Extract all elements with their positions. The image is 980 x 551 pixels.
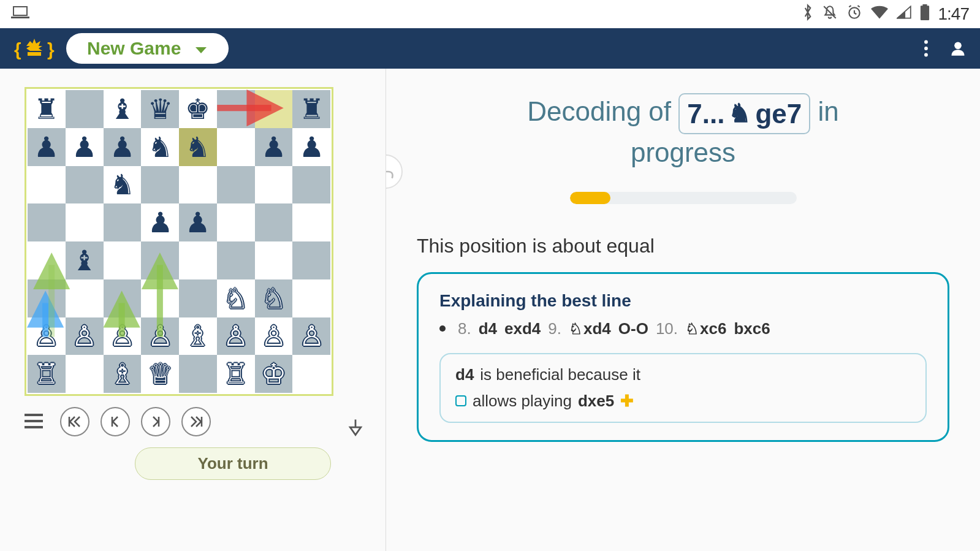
- square-g5[interactable]: [255, 203, 293, 241]
- square-g1[interactable]: ♔: [255, 355, 293, 393]
- square-e7[interactable]: ♞: [179, 128, 217, 166]
- square-d1[interactable]: ♕: [141, 355, 179, 393]
- square-f4[interactable]: [217, 241, 255, 279]
- android-status-bar: 1:47: [0, 0, 980, 28]
- next-move-button[interactable]: [141, 407, 170, 436]
- square-f3[interactable]: ♘: [217, 279, 255, 317]
- square-g4[interactable]: [255, 241, 293, 279]
- more-icon[interactable]: [914, 36, 938, 61]
- square-f7[interactable]: [217, 128, 255, 166]
- square-b5[interactable]: [66, 203, 104, 241]
- square-e8[interactable]: ♚: [179, 90, 217, 128]
- last-move-button[interactable]: [181, 407, 211, 436]
- square-e6[interactable]: [179, 166, 217, 204]
- square-c1[interactable]: ♗: [104, 355, 142, 393]
- move[interactable]: ♘xd4: [569, 319, 611, 338]
- svg-text:}: }: [47, 39, 55, 59]
- square-c5[interactable]: [104, 203, 142, 241]
- flip-board-button[interactable]: [348, 418, 363, 441]
- back-button[interactable]: [386, 154, 403, 189]
- benefit-move[interactable]: d4: [455, 365, 474, 384]
- first-move-button[interactable]: [60, 407, 89, 436]
- svg-rect-0: [13, 7, 27, 15]
- square-b4[interactable]: ♝: [66, 241, 104, 279]
- bluetooth-icon: [802, 4, 813, 25]
- square-f5[interactable]: [217, 203, 255, 241]
- move[interactable]: bxc6: [734, 319, 770, 338]
- square-b6[interactable]: [66, 166, 104, 204]
- square-b7[interactable]: ♟: [66, 128, 104, 166]
- svg-rect-20: [25, 426, 43, 428]
- square-c3[interactable]: [104, 279, 142, 317]
- square-c7[interactable]: ♟: [104, 128, 142, 166]
- decode-tab[interactable]: DECODE: [210, 33, 359, 64]
- square-a6[interactable]: [28, 166, 66, 204]
- square-d2[interactable]: ♙: [141, 317, 179, 355]
- square-h3[interactable]: [292, 279, 330, 317]
- svg-text:{: {: [14, 39, 21, 59]
- square-f6[interactable]: [217, 166, 255, 204]
- square-a8[interactable]: ♜: [28, 90, 66, 128]
- square-g7[interactable]: ♟: [255, 128, 293, 166]
- square-d8[interactable]: ♛: [141, 90, 179, 128]
- square-h2[interactable]: ♙: [292, 317, 330, 355]
- square-h1[interactable]: [292, 355, 330, 393]
- square-g8[interactable]: [255, 90, 293, 128]
- svg-rect-19: [25, 420, 43, 422]
- square-c6[interactable]: ♞: [104, 166, 142, 204]
- app-logo[interactable]: { }: [10, 35, 59, 62]
- move[interactable]: ♘xc6: [685, 319, 726, 338]
- chess-board[interactable]: ♜♝♛♚♜♟♟♟♞♞♟♟♞♟♟♝♘♘♙♙♙♙♗♙♙♙♖♗♕♖♔: [25, 87, 333, 396]
- square-e1[interactable]: [179, 355, 217, 393]
- square-h7[interactable]: ♟: [292, 128, 330, 166]
- square-h8[interactable]: ♜: [292, 90, 330, 128]
- square-a2[interactable]: ♙: [28, 317, 66, 355]
- square-b8[interactable]: [66, 90, 104, 128]
- svg-rect-1: [11, 17, 29, 18]
- square-b3[interactable]: [66, 279, 104, 317]
- svg-point-11: [924, 53, 928, 57]
- profile-icon[interactable]: [946, 36, 970, 61]
- square-d3[interactable]: [141, 279, 179, 317]
- square-d7[interactable]: ♞: [141, 128, 179, 166]
- square-c8[interactable]: ♝: [104, 90, 142, 128]
- square-c2[interactable]: ♙: [104, 317, 142, 355]
- square-a4[interactable]: [28, 241, 66, 279]
- move[interactable]: exd4: [504, 319, 541, 338]
- square-h5[interactable]: [292, 203, 330, 241]
- square-e4[interactable]: [179, 241, 217, 279]
- prev-move-button[interactable]: [101, 407, 130, 436]
- square-d6[interactable]: [141, 166, 179, 204]
- square-f2[interactable]: ♙: [217, 317, 255, 355]
- square-a3[interactable]: [28, 279, 66, 317]
- square-e5[interactable]: ♟: [179, 203, 217, 241]
- square-b1[interactable]: [66, 355, 104, 393]
- square-g6[interactable]: [255, 166, 293, 204]
- plus-icon[interactable]: ✚: [620, 392, 634, 411]
- square-d4[interactable]: [141, 241, 179, 279]
- checkbox-icon[interactable]: [455, 395, 466, 406]
- square-e3[interactable]: [179, 279, 217, 317]
- square-g2[interactable]: ♙: [255, 317, 293, 355]
- new-game-button[interactable]: New Game: [66, 33, 229, 64]
- move[interactable]: d4: [479, 319, 497, 338]
- square-d5[interactable]: ♟: [141, 203, 179, 241]
- square-f1[interactable]: ♖: [217, 355, 255, 393]
- square-a5[interactable]: [28, 203, 66, 241]
- square-e2[interactable]: ♗: [179, 317, 217, 355]
- square-h4[interactable]: [292, 241, 330, 279]
- square-b2[interactable]: ♙: [66, 317, 104, 355]
- move[interactable]: O-O: [618, 319, 648, 338]
- move-number: 9.: [548, 319, 561, 338]
- square-f8[interactable]: [217, 90, 255, 128]
- svg-rect-18: [25, 414, 43, 416]
- square-a7[interactable]: ♟: [28, 128, 66, 166]
- square-g3[interactable]: ♘: [255, 279, 293, 317]
- decoded-move-chip: 7... ♞ge7: [678, 93, 810, 134]
- square-h6[interactable]: [292, 166, 330, 204]
- square-c4[interactable]: [104, 241, 142, 279]
- menu-icon[interactable]: [25, 411, 49, 433]
- square-a1[interactable]: ♖: [28, 355, 66, 393]
- app-header: { } New Game DECODE: [0, 28, 980, 69]
- benefit-reason-row[interactable]: allows playing dxe5 ✚: [455, 392, 911, 411]
